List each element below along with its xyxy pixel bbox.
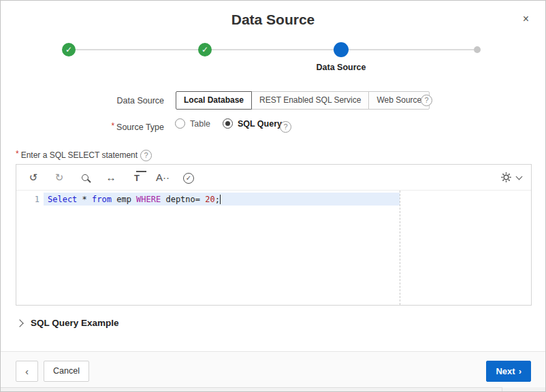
sql-code-line[interactable]: Select * from emp WHERE deptno= 20; [48,195,221,204]
data-source-button-group: Local Database REST Enabled SQL Service … [176,91,430,110]
scrollbar-corner [502,387,545,391]
next-chevron-icon: › [519,366,521,376]
print-margin-guide [400,191,400,305]
radio-sql-query-label[interactable]: SQL Query [238,119,282,129]
find-replace-icon[interactable]: ↔ [103,172,118,183]
line-number: 1 [16,195,39,204]
cancel-button[interactable]: Cancel [44,361,89,382]
required-marker: * [111,121,114,131]
dialog-title: Data Source [1,12,545,28]
step-2-complete-icon: ✓ [198,43,212,56]
data-source-help-icon[interactable]: ? [421,95,432,106]
option-local-database[interactable]: Local Database [176,91,252,110]
sql-query-example-toggle[interactable]: SQL Query Example [17,318,119,328]
radio-table-label[interactable]: Table [190,119,210,129]
source-type-label: *Source Type [69,122,164,132]
chevron-right-icon [16,319,23,327]
step-3-current-dot [334,42,349,57]
search-icon[interactable] [78,172,93,183]
settings-gear-icon [500,172,512,183]
source-type-radio-group: Table SQL Query [175,118,291,129]
step-1-complete-icon: ✓ [62,43,76,56]
next-button[interactable]: Next› [486,361,531,382]
radio-sql-query[interactable] [223,118,233,129]
horizontal-scrollbar[interactable] [1,387,545,391]
dialog-footer: ‹ Cancel Next› [1,351,545,389]
chevron-down-icon [516,174,523,180]
back-button[interactable]: ‹ [16,361,38,382]
font-size-icon[interactable]: A·· [155,172,170,183]
step-4-upcoming-dot [474,46,481,53]
data-source-label: Data Source [69,96,164,105]
current-step-label: Data Source [300,63,382,72]
undo-icon[interactable]: ↺ [26,172,41,184]
sql-statement-label: *Enter a SQL SELECT statement [16,150,138,160]
sql-statement-help-icon[interactable]: ? [140,150,152,161]
option-rest-enabled-sql-service[interactable]: REST Enabled SQL Service [251,91,369,110]
sql-query-example-label: SQL Query Example [31,318,119,328]
stepper-line [69,49,477,50]
format-icon[interactable]: T [129,172,144,183]
required-marker: * [16,149,19,159]
redo-icon[interactable]: ↻ [52,172,67,184]
sql-code-editor[interactable]: ↺ ↻ ↔ T A·· ✓ 1 Select * from emp WHERE … [16,164,532,306]
validate-icon[interactable]: ✓ [181,171,196,184]
editor-settings-button[interactable] [500,172,521,183]
close-icon[interactable]: × [523,14,529,24]
text-cursor [220,195,221,204]
data-source-dialog: Data Source × ✓ ✓ Data Source Data Sourc… [0,0,546,392]
editor-toolbar: ↺ ↻ ↔ T A·· ✓ [16,165,531,191]
source-type-help-icon[interactable]: ? [280,121,291,133]
radio-table[interactable] [175,118,185,129]
